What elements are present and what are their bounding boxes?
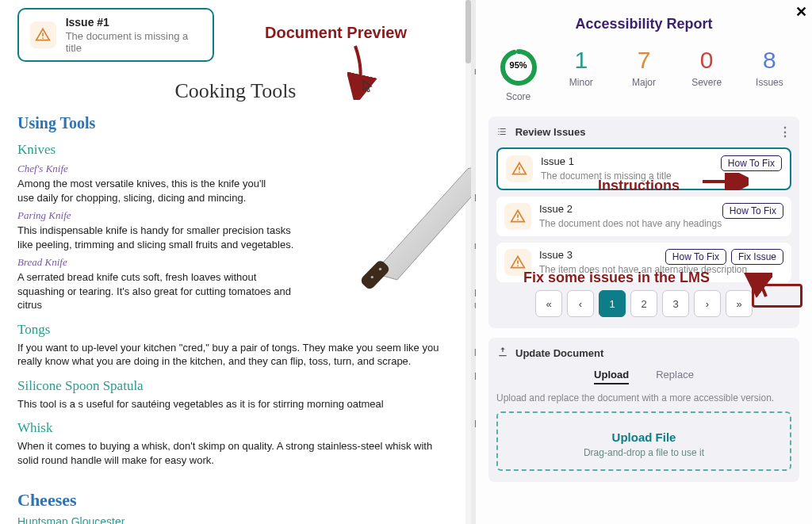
para-tongs: If you want to up-level your kitchen "cr… <box>17 341 454 369</box>
panel-title: Accessibility Report <box>488 16 799 33</box>
para-chefs-knife: Among the most versatile knives, this is… <box>17 177 279 205</box>
dropzone-title: Upload File <box>504 430 783 444</box>
issue-pill-title: Issue #1 <box>66 16 201 29</box>
cursor-icon <box>361 79 375 97</box>
fix-issue-button[interactable]: Fix Issue <box>731 249 783 265</box>
svg-point-5 <box>379 268 381 270</box>
accessibility-panel: ✕ Accessibility Report 95% Score 1 Minor… <box>476 0 812 524</box>
document-preview: Issue #1 The document is missing a title… <box>0 0 476 524</box>
heading-spatula: Silicone Spoon Spatula <box>17 378 454 394</box>
review-issues-title: Review Issues <box>515 126 586 138</box>
warning-icon <box>506 155 533 182</box>
major-label: Major <box>614 77 673 88</box>
update-document-card: Update Document Upload Replace Upload an… <box>488 338 799 482</box>
para-whisk: When it comes to buying a whisk, don't s… <box>17 439 454 467</box>
tab-replace[interactable]: Replace <box>656 369 694 384</box>
metric-severe: 0 Severe <box>677 47 737 102</box>
close-icon[interactable]: ✕ <box>795 3 807 21</box>
minor-label: Minor <box>551 77 611 88</box>
issue-pill[interactable]: Issue #1 The document is missing a title <box>17 8 214 62</box>
severe-value: 0 <box>677 47 737 74</box>
metric-major: 7 Major <box>614 47 673 102</box>
pager-next-icon[interactable]: › <box>694 290 721 317</box>
metric-minor: 1 Minor <box>551 47 611 102</box>
issues-label: Issues <box>740 77 799 88</box>
heading-using-tools: Using Tools <box>17 114 454 132</box>
heading-tongs: Tongs <box>17 322 454 338</box>
update-description: Upload and replace the document with a m… <box>496 392 791 404</box>
knife-image <box>360 159 476 293</box>
how-to-fix-button[interactable]: How To Fix <box>665 249 726 265</box>
pager-page-1[interactable]: 1 <box>599 290 626 317</box>
warning-icon <box>30 21 56 48</box>
list-icon <box>496 126 511 138</box>
heading-knives: Knives <box>17 142 454 158</box>
document-title: Cooking Tools <box>17 79 454 103</box>
svg-point-9 <box>519 171 520 173</box>
metric-score: 95% Score <box>488 47 548 102</box>
para-bread-knife: A serrated bread knife cuts soft, fresh … <box>17 270 295 312</box>
minor-value: 1 <box>551 47 611 74</box>
kebab-icon[interactable]: ⋮ <box>779 124 791 140</box>
score-value: 95% <box>498 60 539 70</box>
svg-point-13 <box>517 265 519 266</box>
annotation-highlight-box <box>752 284 802 308</box>
major-value: 7 <box>614 47 673 74</box>
tab-upload[interactable]: Upload <box>594 369 629 384</box>
score-label: Score <box>488 91 548 102</box>
pager-prev-icon[interactable]: ‹ <box>567 290 594 317</box>
para-spatula: This tool is a s useful for sautéing veg… <box>17 397 454 411</box>
issues-value: 8 <box>740 47 799 74</box>
how-to-fix-button[interactable]: How To Fix <box>721 155 782 171</box>
heading-whisk: Whisk <box>17 420 454 436</box>
svg-point-1 <box>42 37 44 39</box>
svg-point-4 <box>371 276 373 278</box>
annotation-fix-lms: Fix some issues in the LMS <box>523 270 710 286</box>
issue-title: Issue 2 <box>539 203 722 215</box>
upload-dropzone[interactable]: Upload File Drag-and-drop a file to use … <box>496 411 791 471</box>
how-to-fix-button[interactable]: How To Fix <box>722 203 783 219</box>
update-document-title: Update Document <box>515 347 603 359</box>
svg-marker-2 <box>373 166 476 281</box>
pager-page-2[interactable]: 2 <box>630 290 657 317</box>
issue-title: Issue 1 <box>541 155 672 167</box>
annotation-instructions: Instructions <box>598 178 680 194</box>
upload-cloud-icon <box>496 346 509 361</box>
dropzone-subtitle: Drag-and-drop a file to use it <box>504 447 783 458</box>
metric-issues: 8 Issues <box>740 47 799 102</box>
pager-page-3[interactable]: 3 <box>662 290 689 317</box>
severe-label: Severe <box>677 77 737 88</box>
svg-point-11 <box>517 219 519 220</box>
heading-cheeses: Cheeses <box>17 490 454 511</box>
annotation-arrow-icon <box>701 173 749 190</box>
issue-card-2[interactable]: Issue 2 The document does not have any h… <box>496 197 791 236</box>
warning-icon <box>504 203 531 230</box>
annotation-document-preview: Document Preview <box>265 24 407 42</box>
heading-huntsman: Huntsman Gloucester <box>17 515 454 524</box>
para-paring-knife: This indispensable knife is handy for sm… <box>17 224 295 251</box>
issue-desc: The document does not have any headings <box>539 218 722 229</box>
pager-first-icon[interactable]: « <box>535 290 562 317</box>
score-donut: 95% <box>498 47 539 88</box>
issue-pill-desc: The document is missing a title <box>66 30 201 54</box>
metrics-row: 95% Score 1 Minor 7 Major 0 Severe 8 Iss… <box>488 47 799 102</box>
